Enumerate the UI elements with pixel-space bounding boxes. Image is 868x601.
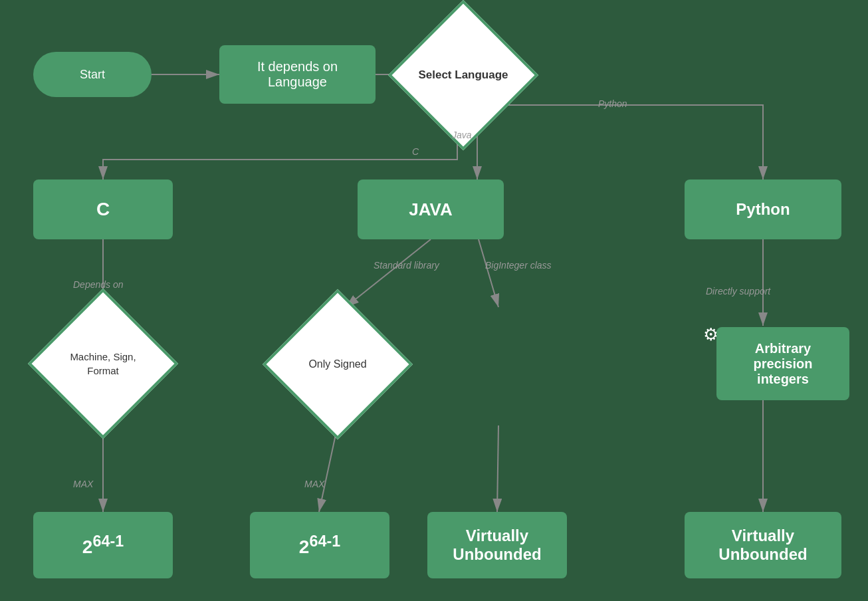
machine-sign-diamond: Machine, Sign,Format bbox=[47, 307, 160, 420]
java-node: JAVA bbox=[358, 180, 504, 239]
java-std-max-label: 264-1 bbox=[299, 533, 340, 558]
arbitrary-label: Arbitraryprecisionintegers bbox=[754, 341, 813, 387]
machine-sign-text: Machine, Sign,Format bbox=[70, 350, 136, 378]
c-max-node: 264-1 bbox=[33, 512, 173, 578]
select-language-text: Select Language bbox=[418, 67, 508, 83]
only-signed-diamond: Only Signed bbox=[280, 307, 395, 421]
depends-node: It depends onLanguage bbox=[219, 45, 376, 104]
java-std-max-node: 264-1 bbox=[250, 512, 389, 578]
edge-label-python: Python bbox=[598, 98, 627, 109]
java-label: JAVA bbox=[409, 199, 453, 220]
svg-line-4 bbox=[346, 239, 431, 307]
edge-label-max1: MAX bbox=[73, 479, 93, 489]
python-label: Python bbox=[736, 200, 790, 219]
only-signed-text: Only Signed bbox=[308, 357, 366, 372]
start-node: Start bbox=[33, 52, 152, 97]
edge-label-max2: MAX bbox=[304, 479, 324, 489]
python-unbound-node: VirtuallyUnbounded bbox=[685, 512, 841, 578]
svg-line-8 bbox=[319, 425, 338, 512]
c-node: C bbox=[33, 180, 173, 239]
flowchart: Start It depends onLanguage Select Langu… bbox=[0, 0, 868, 601]
java-big-unbound-label: VirtuallyUnbounded bbox=[453, 527, 541, 564]
edge-label-depends-on: Depends on bbox=[73, 279, 124, 290]
select-language-diamond: Select Language bbox=[407, 19, 520, 132]
edge-label-c: C bbox=[412, 146, 419, 157]
python-unbound-label: VirtuallyUnbounded bbox=[718, 527, 807, 564]
edge-label-java: Java bbox=[452, 130, 472, 140]
depends-label: It depends onLanguage bbox=[257, 59, 338, 90]
arbitrary-node: Arbitraryprecisionintegers bbox=[716, 327, 849, 400]
edge-label-standard-library: Standard library bbox=[374, 259, 439, 271]
edge-label-directly-support: Directly support bbox=[706, 286, 770, 297]
svg-line-9 bbox=[497, 425, 498, 512]
svg-line-5 bbox=[479, 239, 498, 307]
java-big-unbound-node: VirtuallyUnbounded bbox=[427, 512, 567, 578]
c-label: C bbox=[96, 199, 110, 220]
c-max-label: 264-1 bbox=[82, 533, 124, 558]
python-node: Python bbox=[685, 180, 841, 239]
start-label: Start bbox=[80, 68, 105, 82]
edge-label-biginteger: BigInteger class bbox=[485, 259, 552, 271]
